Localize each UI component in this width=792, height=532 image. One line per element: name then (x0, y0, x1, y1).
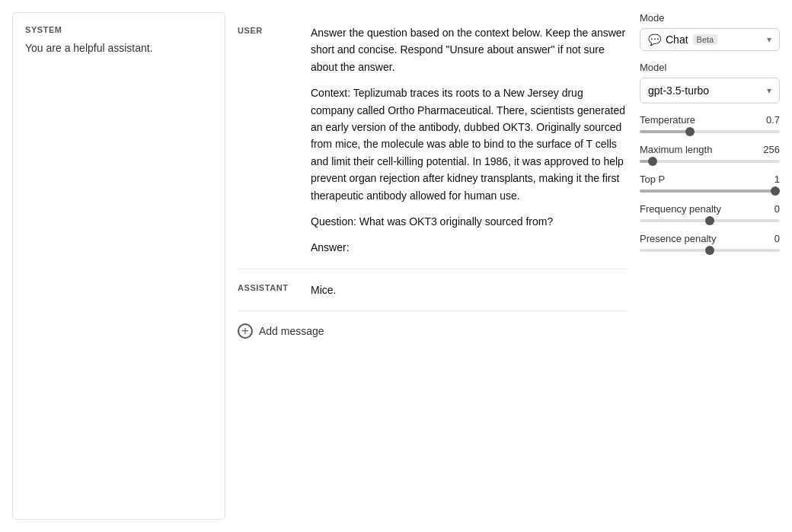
user-message-content: Answer the question based on the context… (311, 24, 628, 256)
mode-chevron-icon: ▾ (767, 34, 771, 45)
presence-penalty-header: Presence penalty 0 (640, 233, 780, 244)
user-role-label: USER (238, 24, 299, 256)
user-text-4: Answer: (311, 239, 628, 256)
assistant-message-content: Mice. (311, 282, 628, 298)
frequency-penalty-param: Frequency penalty 0 (640, 203, 780, 222)
model-section: Model gpt-3.5-turbo ▾ (640, 62, 780, 104)
assistant-message: ASSISTANT Mice. (238, 269, 628, 311)
presence-penalty-value: 0 (774, 233, 780, 244)
temperature-slider[interactable] (640, 130, 780, 133)
frequency-penalty-label: Frequency penalty (640, 203, 721, 215)
max-length-value: 256 (763, 144, 780, 155)
presence-penalty-param: Presence penalty 0 (640, 233, 780, 252)
system-label: SYSTEM (25, 25, 212, 34)
mode-beta-badge: Beta (693, 34, 718, 45)
top-p-slider[interactable] (640, 190, 780, 193)
user-text-1: Answer the question based on the context… (311, 24, 628, 75)
top-p-value: 1 (774, 174, 780, 185)
mode-dropdown[interactable]: 💬 Chat Beta ▾ (640, 28, 780, 51)
top-p-label: Top P (640, 174, 665, 185)
presence-penalty-slider[interactable] (640, 249, 780, 252)
model-label: Model (640, 62, 780, 73)
model-chevron-icon: ▾ (767, 85, 771, 96)
top-p-header: Top P 1 (640, 174, 780, 185)
temperature-label: Temperature (640, 114, 695, 126)
top-p-param: Top P 1 (640, 174, 780, 193)
user-text-3: Question: What was OKT3 originally sourc… (311, 213, 628, 230)
chat-bubble-icon: 💬 (648, 33, 661, 46)
temperature-param: Temperature 0.7 (640, 114, 780, 133)
system-text: You are a helpful assistant. (25, 42, 212, 54)
right-panel: Mode 💬 Chat Beta ▾ Model gpt-3.5-turbo ▾… (640, 0, 792, 532)
user-message: USER Answer the question based on the co… (238, 12, 628, 269)
max-length-header: Maximum length 256 (640, 144, 780, 155)
mode-section: Mode 💬 Chat Beta ▾ (640, 12, 780, 51)
assistant-text-1: Mice. (311, 282, 628, 298)
mode-chat-text: Chat (666, 33, 688, 46)
frequency-penalty-value: 0 (774, 203, 780, 215)
temperature-header: Temperature 0.7 (640, 114, 780, 126)
mode-dropdown-left: 💬 Chat Beta (648, 33, 717, 46)
temperature-value: 0.7 (766, 114, 780, 126)
add-message-icon: + (238, 323, 253, 339)
presence-penalty-label: Presence penalty (640, 233, 716, 244)
max-length-label: Maximum length (640, 144, 712, 155)
frequency-penalty-header: Frequency penalty 0 (640, 203, 780, 215)
model-name: gpt-3.5-turbo (648, 84, 709, 97)
mode-label: Mode (640, 12, 780, 24)
main-panel: USER Answer the question based on the co… (238, 0, 640, 532)
model-dropdown[interactable]: gpt-3.5-turbo ▾ (640, 78, 780, 104)
max-length-param: Maximum length 256 (640, 144, 780, 163)
add-message-label: Add message (259, 325, 324, 337)
user-text-2: Context: Teplizumab traces its roots to … (311, 84, 628, 204)
frequency-penalty-slider[interactable] (640, 219, 780, 222)
assistant-role-label: ASSISTANT (238, 282, 299, 298)
add-message-row[interactable]: + Add message (238, 311, 628, 351)
system-panel: SYSTEM You are a helpful assistant. (12, 12, 225, 520)
max-length-slider[interactable] (640, 160, 780, 163)
